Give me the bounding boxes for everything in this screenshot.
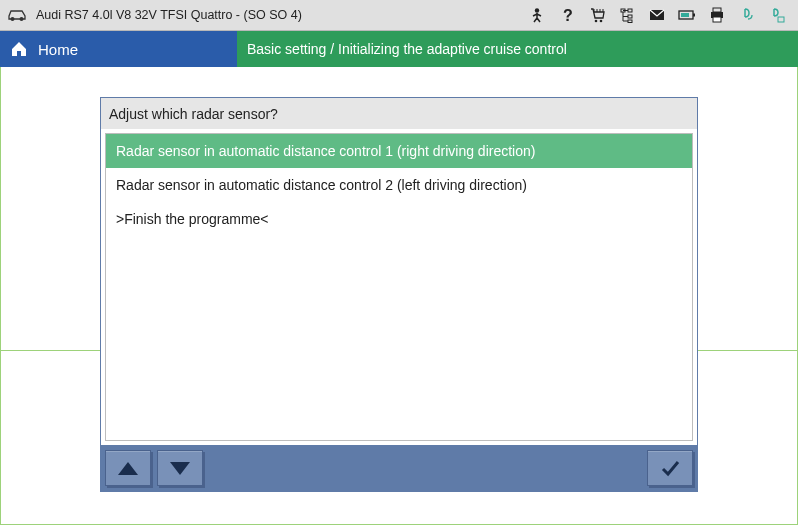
- svg-rect-12: [693, 14, 695, 17]
- svg-rect-8: [628, 15, 632, 18]
- dialog-question: Adjust which radar sensor?: [101, 98, 697, 129]
- scroll-up-button[interactable]: [105, 450, 151, 486]
- workspace: Adjust which radar sensor? Radar sensor …: [0, 67, 798, 525]
- svg-rect-9: [628, 20, 632, 23]
- breadcrumb-text: Basic setting / Initializing the adaptiv…: [247, 41, 567, 57]
- toolbar-icons: ?: [522, 0, 792, 31]
- svg-point-5: [600, 20, 603, 23]
- svg-rect-16: [713, 17, 721, 22]
- svg-text:?: ?: [563, 7, 573, 23]
- svg-rect-14: [713, 8, 721, 12]
- dialog-footer: [101, 445, 697, 491]
- svg-point-1: [20, 17, 24, 21]
- svg-point-2: [535, 8, 539, 12]
- confirm-button[interactable]: [647, 450, 693, 486]
- home-icon: [10, 40, 28, 58]
- svg-rect-13: [681, 13, 689, 17]
- tree-icon[interactable]: [612, 0, 642, 31]
- print-icon[interactable]: [702, 0, 732, 31]
- arrow-up-icon: [118, 462, 138, 475]
- check-icon: [659, 457, 681, 479]
- svg-rect-17: [778, 17, 784, 22]
- battery-icon[interactable]: [672, 0, 702, 31]
- scroll-down-button[interactable]: [157, 450, 203, 486]
- vehicle-title: Audi RS7 4.0l V8 32V TFSI Quattro - (SO …: [36, 8, 522, 22]
- home-button[interactable]: Home: [0, 31, 237, 67]
- option-finish[interactable]: >Finish the programme<: [106, 202, 692, 236]
- breadcrumb: Basic setting / Initializing the adaptiv…: [237, 31, 798, 67]
- arrow-down-icon: [170, 462, 190, 475]
- option-list: Radar sensor in automatic distance contr…: [105, 133, 693, 441]
- svg-point-4: [595, 20, 598, 23]
- sound-on-icon[interactable]: [732, 0, 762, 31]
- option-radar-2[interactable]: Radar sensor in automatic distance contr…: [106, 168, 692, 202]
- help-icon[interactable]: ?: [552, 0, 582, 31]
- home-label: Home: [38, 41, 78, 58]
- mail-icon[interactable]: [642, 0, 672, 31]
- option-radar-1[interactable]: Radar sensor in automatic distance contr…: [106, 134, 692, 168]
- header-row: Home Basic setting / Initializing the ad…: [0, 31, 798, 67]
- dialog-panel: Adjust which radar sensor? Radar sensor …: [100, 97, 698, 492]
- cart-icon[interactable]: [582, 0, 612, 31]
- svg-point-0: [11, 17, 15, 21]
- car-icon: [6, 8, 28, 22]
- person-icon[interactable]: [522, 0, 552, 31]
- topbar: Audi RS7 4.0l V8 32V TFSI Quattro - (SO …: [0, 0, 798, 31]
- sound-settings-icon[interactable]: [762, 0, 792, 31]
- svg-rect-7: [628, 9, 632, 12]
